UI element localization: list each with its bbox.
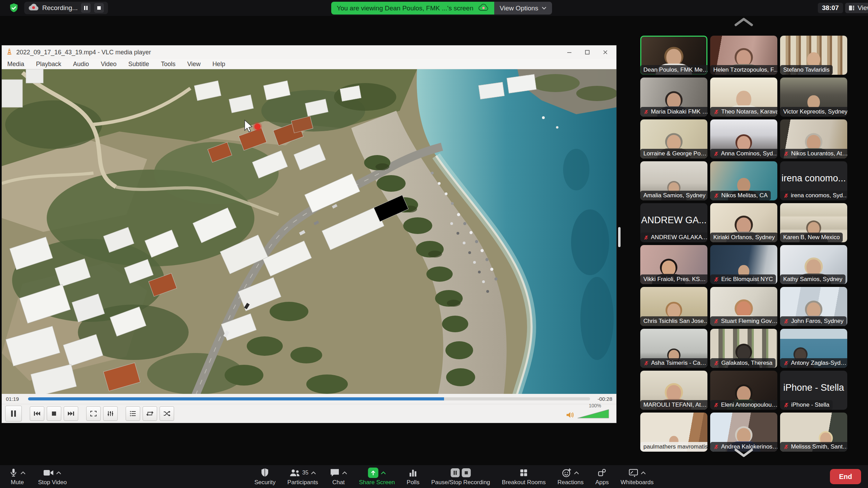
participant-name-label: Amalia Samios, Sydney: [640, 191, 707, 200]
toolbar-share-screen-menu-caret[interactable]: [381, 471, 386, 475]
muted-mic-icon: [713, 360, 719, 366]
participant-name-text: Eleni Antonopoulou K...: [721, 401, 777, 408]
shared-video-content[interactable]: [2, 69, 616, 394]
toolbar-breakout-rooms-button[interactable]: Breakout Rooms: [502, 465, 546, 488]
participant-tile[interactable]: Victor Kepreotis, Sydney: [780, 78, 847, 117]
participant-tile[interactable]: Nikos Melitas, CA: [710, 161, 777, 200]
participant-name-label: Maria Diakaki FMK Se...: [640, 107, 707, 117]
participant-tile[interactable]: iPhone - StellaiPhone - Stella: [780, 371, 847, 410]
participant-tile[interactable]: Stefano Tavlaridis: [780, 36, 847, 75]
participant-tile[interactable]: Eric Blomquist NYC: [710, 245, 777, 284]
participant-tile[interactable]: Eleni Antonopoulou K...: [710, 371, 777, 410]
viewing-banner: You are viewing Dean Poulos, FMK ...'s s…: [331, 2, 494, 15]
seek-bar[interactable]: [28, 397, 590, 400]
participant-name-label: Asha Tsimeris - Canb...: [640, 358, 707, 368]
close-button[interactable]: [596, 45, 614, 59]
toolbar-chat-menu-caret[interactable]: [342, 471, 347, 475]
participant-name-label: irena conomos, Sydney: [780, 191, 847, 200]
chevron-up-icon: [56, 471, 61, 475]
toolbar-reactions-button[interactable]: Reactions: [558, 465, 584, 488]
toolbar-pause-stop-recording-button[interactable]: Pause/Stop Recording: [431, 465, 490, 488]
toolbar-polls-button[interactable]: Polls: [407, 465, 419, 488]
pause-button[interactable]: [5, 406, 22, 422]
toolbar-chat-label: Chat: [332, 479, 345, 486]
muted-mic-icon: [713, 444, 719, 450]
toolbar-share-screen-button[interactable]: Share Screen: [359, 465, 395, 488]
participant-tile[interactable]: John Faros, Sydney: [780, 287, 847, 326]
participant-name-label: Karen B, New Mexico: [780, 233, 843, 242]
toolbar-participants-menu-caret[interactable]: [311, 471, 316, 475]
volume-control[interactable]: 100%: [566, 408, 613, 419]
participant-tile[interactable]: Kiriaki Orfanos, Sydney: [710, 203, 777, 242]
toolbar-share-screen-label: Share Screen: [359, 479, 395, 486]
random-button[interactable]: [160, 406, 174, 421]
pause-recording-button[interactable]: [81, 3, 91, 13]
gallery-scroll-down-button[interactable]: [733, 448, 754, 460]
toolbar-chat-button[interactable]: Chat: [330, 465, 347, 488]
volume-slider[interactable]: [577, 408, 610, 419]
toolbar-participants-button[interactable]: 35Participants: [287, 465, 318, 488]
participant-tile[interactable]: Antony Zaglas-Sydne...: [780, 329, 847, 368]
toolbar-mute-button[interactable]: Mute: [9, 465, 26, 488]
vlc-menu-playback[interactable]: Playback: [36, 61, 61, 68]
participant-tile[interactable]: Galakatos, Theresa: [710, 329, 777, 368]
participant-tile[interactable]: ANDREW GA...ANDREW GALAKATO...: [640, 203, 707, 242]
gallery-scroll-up-button[interactable]: [733, 17, 754, 28]
playlist-button[interactable]: [126, 406, 140, 421]
participant-tile[interactable]: Chris Tsichlis San Jose...: [640, 287, 707, 326]
participant-name-label: Eleni Antonopoulou K...: [710, 400, 777, 410]
vlc-menu-subtitle[interactable]: Subtitle: [128, 61, 149, 68]
participant-tile[interactable]: Asha Tsimeris - Canb...: [640, 329, 707, 368]
panel-resize-handle[interactable]: [618, 227, 621, 247]
vlc-menu-video[interactable]: Video: [101, 61, 117, 68]
toolbar-stop-video-menu-caret[interactable]: [56, 471, 61, 475]
participant-name-label: paulmathers mavromatis: [640, 442, 707, 452]
participant-tile[interactable]: Stuart Fleming Gover...: [710, 287, 777, 326]
view-options-button[interactable]: View Options: [494, 2, 552, 15]
toolbar-security-button[interactable]: Security: [254, 465, 275, 488]
view-layout-button[interactable]: View: [845, 3, 868, 13]
toolbar-whiteboards-button[interactable]: Whiteboards: [621, 465, 653, 488]
toolbar-reactions-menu-caret[interactable]: [574, 471, 579, 475]
participant-tile[interactable]: Anna Cominos, Sydney: [710, 119, 777, 159]
participant-tile[interactable]: Maria Diakaki FMK Se...: [640, 78, 707, 117]
chevron-up-icon: [20, 471, 26, 475]
participant-tile[interactable]: Nikos Lourantos, Ath...: [780, 119, 847, 159]
participant-tile[interactable]: Karen B, New Mexico: [780, 203, 847, 242]
participant-tile[interactable]: MAROULI TEFANI, Athens: [640, 371, 707, 410]
toolbar-mute-menu-caret[interactable]: [20, 471, 26, 475]
stop-recording-button[interactable]: [94, 3, 104, 13]
participant-tile[interactable]: Kathy Samios, Sydney: [780, 245, 847, 284]
vlc-menu-audio[interactable]: Audio: [73, 61, 89, 68]
maximize-button[interactable]: [578, 45, 596, 59]
participant-tile[interactable]: Dean Poulos, FMK Medi...: [640, 36, 707, 75]
fullscreen-button[interactable]: [86, 406, 101, 421]
extended-settings-button[interactable]: [103, 406, 118, 421]
next-button[interactable]: [64, 406, 78, 421]
previous-button[interactable]: [30, 406, 44, 421]
participant-tile[interactable]: paulmathers mavromatis: [640, 413, 707, 452]
participant-tile[interactable]: Andrea Kalokerinos -...: [710, 413, 777, 452]
vlc-title-bar[interactable]: 2022_09_17_16_43_19.mp4 - VLC media play…: [2, 45, 616, 59]
seek-bar-fill: [28, 397, 444, 400]
toolbar-stop-video-button[interactable]: Stop Video: [38, 465, 67, 488]
vlc-menu-tools[interactable]: Tools: [161, 61, 175, 68]
loop-button[interactable]: [143, 406, 157, 421]
end-meeting-button[interactable]: End: [830, 469, 861, 484]
muted-mic-icon: [783, 151, 789, 157]
minimize-button[interactable]: [560, 45, 578, 59]
toolbar-whiteboards-menu-caret[interactable]: [641, 471, 646, 475]
participant-tile[interactable]: Helen Tzortzopoulos, F...: [710, 36, 777, 75]
participant-tile[interactable]: Vikki Fraioli, Pres. KSOCA: [640, 245, 707, 284]
toolbar-apps-button[interactable]: Apps: [595, 465, 609, 488]
participant-tile[interactable]: Theo Notaras, Karava: [710, 78, 777, 117]
participant-name-label: Melisss Smith, Santa...: [780, 442, 847, 452]
vlc-menu-view[interactable]: View: [187, 61, 201, 68]
stop-button[interactable]: [47, 406, 61, 421]
participant-tile[interactable]: Melisss Smith, Santa...: [780, 413, 847, 452]
vlc-menu-help[interactable]: Help: [213, 61, 225, 68]
participant-tile[interactable]: irena conomo...irena conomos, Sydney: [780, 161, 847, 200]
participant-tile[interactable]: Lorraine & George Poulo...: [640, 119, 707, 159]
participant-tile[interactable]: Amalia Samios, Sydney: [640, 161, 707, 200]
vlc-menu-media[interactable]: Media: [7, 61, 24, 68]
